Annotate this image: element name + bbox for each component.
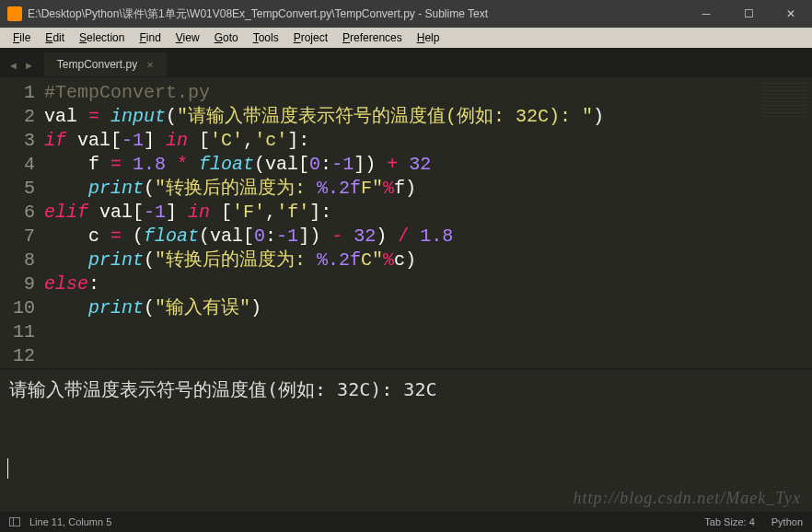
line-number: 1	[4, 81, 35, 105]
menu-project[interactable]: Project	[286, 29, 335, 46]
window-controls: ─ ☐ ✕	[685, 0, 812, 28]
close-button[interactable]: ✕	[770, 0, 812, 28]
tab-close-icon[interactable]: ✕	[146, 60, 154, 70]
status-syntax[interactable]: Python	[771, 516, 803, 527]
line-number: 7	[4, 225, 35, 249]
menu-find[interactable]: Find	[132, 29, 168, 46]
tab-label: TempConvert.py	[57, 58, 137, 71]
tab-nav-right-icon[interactable]: ►	[21, 58, 37, 73]
menu-preferences[interactable]: Preferences	[335, 29, 410, 46]
line-number: 4	[4, 153, 35, 177]
line-number: 9	[4, 272, 35, 296]
window-title: E:\Desktop\Python\课件\第1单元\W01V08Ex_TempC…	[28, 6, 488, 22]
line-number-gutter: 1 2 3 4 5 6 7 8 9 10 11 12	[0, 77, 44, 368]
status-bar: Line 11, Column 5 Tab Size: 4 Python	[0, 512, 812, 532]
editor-area[interactable]: 1 2 3 4 5 6 7 8 9 10 11 12 #TempConvert.…	[0, 77, 812, 368]
menu-help[interactable]: Help	[410, 29, 447, 46]
tab-nav-left-icon[interactable]: ◄	[6, 58, 21, 73]
menu-view[interactable]: View	[168, 29, 207, 46]
menu-selection[interactable]: Selection	[72, 29, 132, 46]
line-number: 2	[4, 105, 35, 129]
line-number: 11	[4, 320, 35, 344]
panel-toggle-icon[interactable]	[9, 517, 20, 526]
watermark: http://blog.csdn.net/Maek_Tyx	[573, 489, 801, 508]
maximize-button[interactable]: ☐	[727, 0, 770, 28]
menu-tools[interactable]: Tools	[246, 29, 286, 46]
status-tab-size[interactable]: Tab Size: 4	[704, 516, 754, 527]
line-number: 10	[4, 296, 35, 320]
line-number: 3	[4, 129, 35, 153]
console-output: 请输入带温度表示符号的温度值(例如: 32C): 32C	[9, 377, 803, 402]
menu-goto[interactable]: Goto	[207, 29, 246, 46]
line-number: 6	[4, 201, 35, 225]
code-content[interactable]: #TempConvert.pyval = input("请输入带温度表示符号的温…	[44, 77, 757, 368]
minimap-preview	[762, 83, 808, 120]
line-number: 8	[4, 249, 35, 272]
title-bar: E:\Desktop\Python\课件\第1单元\W01V08Ex_TempC…	[0, 0, 812, 28]
console-cursor	[7, 458, 8, 479]
tab-bar: ◄ ► TempConvert.py ✕	[0, 48, 812, 77]
line-number: 5	[4, 177, 35, 201]
minimap[interactable]	[757, 77, 812, 368]
menu-edit[interactable]: Edit	[38, 29, 72, 46]
status-cursor-position[interactable]: Line 11, Column 5	[29, 516, 111, 527]
app-icon	[7, 6, 22, 21]
minimize-button[interactable]: ─	[685, 0, 727, 28]
tab-tempconvert[interactable]: TempConvert.py ✕	[44, 52, 167, 76]
menu-file[interactable]: File	[6, 29, 38, 46]
menu-bar: File Edit Selection Find View Goto Tools…	[0, 28, 812, 48]
line-number: 12	[4, 344, 35, 368]
console-panel[interactable]: 请输入带温度表示符号的温度值(例如: 32C): 32C	[0, 368, 812, 497]
